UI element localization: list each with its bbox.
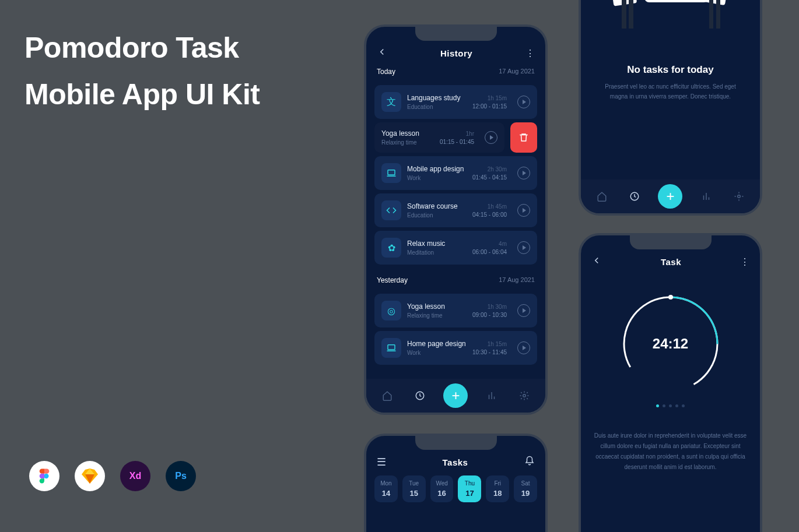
photoshop-icon: Ps: [166, 461, 196, 491]
section-date: 17 Aug 2021: [499, 68, 535, 76]
calendar-day[interactable]: Fri18: [486, 475, 509, 502]
nav-stats-icon[interactable]: [698, 188, 715, 205]
menu-icon[interactable]: ☰: [377, 456, 386, 468]
phone-no-tasks: No tasks for today Praesent vel leo ac n…: [579, 0, 762, 216]
svg-point-4: [523, 394, 526, 397]
svg-rect-18: [716, 0, 720, 29]
task-category: Work: [407, 175, 467, 181]
task-category: Education: [407, 212, 467, 219]
back-icon[interactable]: [377, 47, 387, 59]
task-time: 06:00 - 06:04: [472, 249, 507, 255]
play-icon[interactable]: [517, 204, 530, 217]
play-icon[interactable]: [517, 167, 530, 179]
task-category: Meditation: [407, 249, 467, 256]
dot-active: [656, 404, 659, 407]
phone-notch: [415, 436, 497, 450]
nav-settings-icon[interactable]: [730, 188, 748, 205]
header-title: Task: [661, 257, 681, 267]
task-row[interactable]: Software courseEducation 1h 45m04:15 - 0…: [374, 193, 537, 227]
language-icon: 文: [381, 92, 401, 112]
more-icon[interactable]: ⋮: [525, 48, 535, 59]
figma-icon: [29, 461, 59, 491]
nav-clock-icon[interactable]: [626, 188, 643, 205]
play-icon[interactable]: [517, 241, 530, 254]
task-row[interactable]: 文 Languages studyEducation 1h 15m12:00 -…: [374, 85, 537, 119]
phone-history: History ⋮ Today 17 Aug 2021 文 Languages …: [364, 24, 548, 415]
play-icon[interactable]: [485, 131, 497, 144]
task-category: Relaxing time: [381, 139, 434, 146]
task-category: Relaxing time: [407, 312, 467, 319]
svg-rect-1: [388, 170, 395, 175]
task-duration: 1h 45m: [472, 203, 507, 210]
add-button[interactable]: +: [443, 383, 468, 408]
code-icon: [381, 200, 401, 220]
section-label: Yesterday: [377, 276, 408, 284]
task-name: Languages study: [407, 94, 467, 102]
yoga-icon: ◎: [381, 301, 401, 320]
title-line-1: Pomodoro Task: [24, 24, 260, 71]
add-button[interactable]: +: [658, 184, 682, 209]
task-category: Work: [407, 350, 467, 356]
play-icon[interactable]: [517, 341, 530, 354]
task-time: 09:00 - 10:30: [472, 312, 507, 318]
task-name: Relax music: [407, 239, 467, 248]
task-name: Mobile app design: [407, 165, 467, 173]
nav-settings-icon[interactable]: [516, 387, 533, 404]
bottom-nav: +: [581, 179, 760, 213]
timer-value: 24:12: [618, 291, 723, 396]
laptop-icon: [381, 163, 401, 183]
laptop-icon: [381, 338, 401, 358]
page-title: Pomodoro Task Mobile App UI Kit: [24, 24, 260, 118]
bell-icon[interactable]: [524, 456, 535, 468]
svg-point-0: [44, 474, 48, 478]
play-icon[interactable]: [517, 304, 530, 317]
task-row[interactable]: ◎ Yoga lessonRelaxing time 1h 30m09:00 -…: [374, 294, 537, 327]
task-time: 01:45 - 04:15: [472, 174, 507, 181]
task-time: 10:30 - 11:45: [472, 349, 507, 355]
illustration: [581, 0, 760, 61]
calendar-day[interactable]: Sat19: [514, 475, 537, 502]
task-time: 01:15 - 01:45: [440, 139, 474, 145]
task-row[interactable]: ✿ Relax musicMeditation 4m06:00 - 06:04: [374, 231, 537, 265]
task-name: Software course: [407, 202, 467, 210]
no-tasks-desc: Praesent vel leo ac nunc efficitur ultri…: [581, 76, 760, 107]
dot: [663, 404, 665, 407]
task-name: Yoga lesson: [381, 129, 434, 138]
nav-home-icon[interactable]: [593, 188, 611, 205]
phone-tasks: ☰ Tasks Mon14 Tue15 Wed16 Thu17 Fri18 Sa…: [364, 434, 548, 532]
task-row[interactable]: Home page designWork 1h 15m10:30 - 11:45: [374, 331, 537, 365]
xd-icon: Xd: [120, 461, 150, 491]
calendar-row: Mon14 Tue15 Wed16 Thu17 Fri18 Sat19: [366, 468, 545, 509]
dot: [669, 404, 672, 407]
task-row-swiped[interactable]: Yoga lessonRelaxing time 1hr01:15 - 01:4…: [374, 122, 504, 153]
lotus-icon: ✿: [381, 238, 401, 258]
svg-rect-17: [709, 0, 713, 29]
nav-stats-icon[interactable]: [483, 387, 500, 404]
task-duration: 1h 15m: [472, 341, 507, 347]
calendar-day[interactable]: Mon14: [374, 475, 398, 502]
svg-rect-2: [388, 345, 395, 350]
calendar-day[interactable]: Tue15: [402, 475, 426, 502]
task-time: 12:00 - 01:15: [472, 103, 507, 110]
delete-button[interactable]: [510, 122, 537, 153]
task-duration: 4m: [472, 241, 507, 247]
task-duration: 2h 30m: [472, 166, 507, 172]
phone-notch: [630, 235, 712, 249]
no-tasks-title: No tasks for today: [581, 64, 760, 76]
svg-rect-16: [702, 0, 728, 5]
calendar-day[interactable]: Wed16: [430, 475, 454, 502]
sketch-icon: [75, 461, 105, 491]
nav-clock-icon[interactable]: [411, 387, 429, 404]
task-row[interactable]: Mobile app designWork 2h 30m01:45 - 04:1…: [374, 156, 537, 190]
task-time: 04:15 - 06:00: [472, 212, 507, 218]
task-category: Education: [407, 104, 467, 110]
calendar-day-active[interactable]: Thu17: [458, 475, 481, 502]
dot: [682, 404, 685, 407]
section-date: 17 Aug 2021: [499, 276, 535, 284]
bottom-nav: +: [366, 379, 545, 413]
play-icon[interactable]: [517, 96, 530, 108]
timer-ring: 24:12: [618, 291, 723, 396]
nav-home-icon[interactable]: [379, 387, 396, 404]
back-icon[interactable]: [591, 255, 602, 268]
more-icon[interactable]: ⋮: [740, 256, 749, 267]
